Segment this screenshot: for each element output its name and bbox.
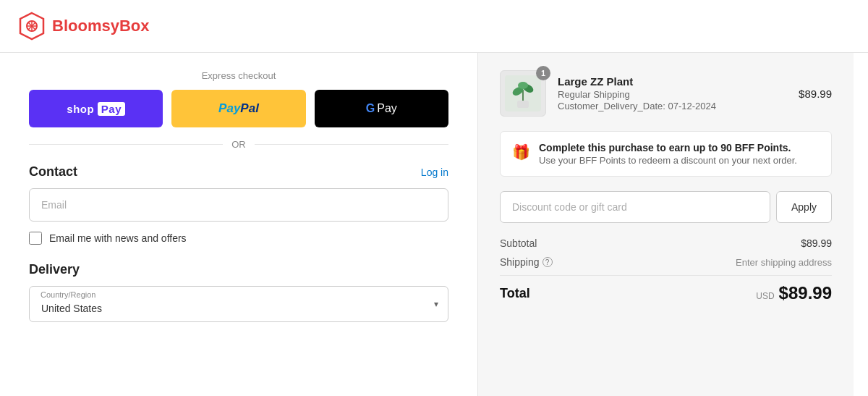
shop-pay-label: shop Pay — [67, 103, 125, 115]
product-details: Large ZZ Plant Regular Shipping Customer… — [558, 75, 787, 111]
bff-sub-text: Use your BFF Points to redeem a discount… — [539, 155, 797, 166]
shipping-info-icon[interactable]: ? — [542, 257, 553, 267]
contact-title: Contact — [29, 164, 77, 180]
shipping-label: Shipping ? — [500, 256, 553, 268]
plant-svg — [505, 75, 541, 111]
logo-container: BloomsyBox — [17, 12, 149, 41]
shop-pay-button[interactable]: shop Pay — [29, 90, 163, 127]
product-shipping: Regular Shipping — [558, 89, 787, 100]
apply-button[interactable]: Apply — [776, 191, 832, 223]
express-checkout-label: Express checkout — [29, 70, 448, 81]
right-panel: 1 Large ZZ Plant Regular Shipping Custom… — [477, 53, 854, 396]
shipping-note: Enter shipping address — [736, 257, 832, 268]
express-buttons: shop Pay PayPal GPay — [29, 90, 448, 127]
product-delivery-date: Customer_Delivery_Date: 07-12-2024 — [558, 101, 787, 111]
left-panel: Express checkout shop Pay PayPal GPay OR — [0, 53, 477, 396]
bff-text: Complete this purchase to earn up to 90 … — [539, 142, 797, 166]
discount-input[interactable] — [500, 191, 770, 223]
product-price: $89.99 — [799, 88, 832, 100]
subtotal-label: Subtotal — [500, 237, 537, 249]
logo-text: BloomsyBox — [52, 17, 149, 35]
product-badge: 1 — [536, 66, 550, 80]
contact-section-header: Contact Log in — [29, 164, 448, 180]
paypal-label: PayPal — [218, 101, 259, 116]
product-image-wrapper: 1 — [500, 70, 546, 117]
delivery-section: Delivery United States Country/Region ▾ — [29, 262, 448, 322]
total-value-wrapper: USD $89.99 — [756, 283, 832, 303]
total-amount: $89.99 — [779, 283, 832, 303]
paypal-button[interactable]: PayPal — [171, 90, 305, 127]
gpay-label: GPay — [366, 102, 397, 115]
svg-rect-7 — [517, 101, 529, 108]
subtotal-row: Subtotal $89.99 — [500, 237, 832, 249]
svg-point-11 — [518, 82, 528, 89]
logo-icon — [17, 12, 46, 41]
email-opt-in-label: Email me with news and offers — [49, 232, 187, 244]
bff-main-text: Complete this purchase to earn up to 90 … — [539, 142, 797, 153]
shipping-row: Shipping ? Enter shipping address — [500, 256, 832, 268]
main-content: Express checkout shop Pay PayPal GPay OR — [0, 53, 868, 396]
country-select[interactable]: United States — [29, 286, 448, 322]
total-label: Total — [500, 286, 530, 301]
or-text: OR — [231, 139, 246, 150]
subtotal-value: $89.99 — [801, 237, 832, 249]
or-divider: OR — [29, 139, 448, 150]
log-in-link[interactable]: Log in — [421, 167, 448, 178]
total-currency: USD — [756, 291, 774, 301]
email-input[interactable] — [29, 188, 448, 222]
email-opt-in-checkbox[interactable] — [29, 232, 42, 245]
gift-icon: 🎁 — [512, 143, 530, 161]
gpay-button[interactable]: GPay — [315, 90, 448, 127]
bff-points-banner: 🎁 Complete this purchase to earn up to 9… — [500, 131, 832, 177]
email-opt-in-row: Email me with news and offers — [29, 232, 448, 245]
product-item: 1 Large ZZ Plant Regular Shipping Custom… — [500, 70, 832, 117]
total-row: Total USD $89.99 — [500, 275, 832, 303]
delivery-title: Delivery — [29, 262, 448, 277]
header: BloomsyBox — [0, 0, 868, 53]
page-wrapper: BloomsyBox Express checkout shop Pay Pay… — [0, 0, 868, 396]
country-select-wrapper: United States Country/Region ▾ — [29, 286, 448, 322]
product-name: Large ZZ Plant — [558, 75, 787, 88]
discount-row: Apply — [500, 191, 832, 223]
